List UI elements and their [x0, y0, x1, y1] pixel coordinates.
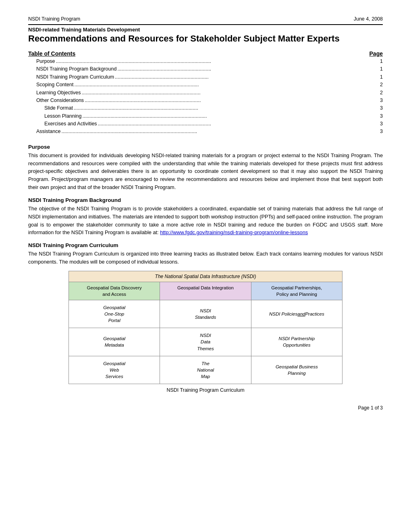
background-body: The objective of the NSDI Training Progr… [28, 205, 383, 237]
toc-item-scoping: Scoping Content ........................… [28, 81, 383, 89]
toc-item-lesson: Lesson Planning ........................… [28, 112, 383, 120]
toc-item-background: NSDI Training Program Background .......… [28, 65, 383, 73]
diagram-outer-header: The National Spatial Data Infrastructure… [69, 271, 342, 282]
cell-business-planning: Geospatial BusinessPlanning [251, 356, 342, 384]
cell-nsdi-standards: NSDIStandards [160, 300, 251, 328]
toc-item-objectives: Learning Objectives ....................… [28, 89, 383, 97]
cell-web-services: GeospatialWebServices [69, 356, 160, 384]
curriculum-section: NSDI Training Program Curriculum The NSD… [28, 242, 383, 393]
purpose-section: Purpose This document is provided for in… [28, 144, 383, 191]
background-heading: NSDI Training Program Background [28, 197, 383, 203]
diagram-caption: NSDI Training Program Curriculum [28, 387, 383, 393]
background-section: NSDI Training Program Background The obj… [28, 197, 383, 237]
col-header-discovery: Geospatial Data Discoveryand Access [69, 282, 160, 300]
cell-one-stop: GeospatialOne-StopPortal [69, 300, 160, 328]
col-header-partnerships: Geospatial Partnerships,Policy and Plann… [251, 282, 342, 300]
page-footer: Page 1 of 3 [28, 405, 383, 411]
background-link[interactable]: http://www.fgdc.gov/training/nsdi-traini… [160, 229, 308, 235]
document-title: Recommendations and Resources for Stakeh… [28, 33, 383, 44]
toc-item-purpose: Purpose ................................… [28, 58, 383, 65]
curriculum-diagram: The National Spatial Data Infrastructure… [68, 271, 342, 384]
toc-item-other: Other Considerations ...................… [28, 97, 383, 104]
diagram-row-1: GeospatialOne-StopPortal NSDIStandards N… [69, 300, 342, 328]
cell-nsdi-partnership: NSDI PartnershipOpportunities [251, 328, 342, 355]
curriculum-intro: The NSDI Training Program Curriculum is … [28, 250, 383, 266]
purpose-heading: Purpose [28, 144, 383, 150]
diagram-row-3: GeospatialWebServices TheNationalMap Geo… [69, 356, 342, 384]
purpose-body: This document is provided for individual… [28, 152, 383, 191]
toc-item-curriculum: NSDI Training Program Curriculum .......… [28, 73, 383, 81]
cell-national-map: TheNationalMap [160, 356, 251, 384]
cell-nsdi-policies: NSDI Policiesand Practices [251, 300, 342, 328]
toc-page-label: Page [369, 50, 383, 57]
diagram-row-2: GeospatialMetadata NSDIDataThemes NSDI P… [69, 328, 342, 356]
cell-geospatial-metadata: GeospatialMetadata [69, 328, 160, 355]
col-header-integration: Geospatial Data Integration [160, 282, 251, 300]
toc-item-assistance: Assistance .............................… [28, 128, 383, 135]
toc-item-slide: Slide Format ...........................… [28, 104, 383, 112]
toc-title: Table of Contents [28, 50, 75, 57]
header-right: June 4, 2008 [354, 16, 383, 22]
table-of-contents: Table of Contents Page Purpose .........… [28, 50, 383, 136]
toc-item-exercises: Exercises and Activities ...............… [28, 120, 383, 128]
cell-nsdi-data-themes: NSDIDataThemes [160, 328, 251, 355]
document-subtitle: NSDI-related Training Materials Developm… [28, 27, 383, 33]
header-left: NSDI Training Program [28, 16, 80, 22]
curriculum-heading: NSDI Training Program Curriculum [28, 242, 383, 248]
diagram-col-headers: Geospatial Data Discoveryand Access Geos… [69, 282, 342, 300]
